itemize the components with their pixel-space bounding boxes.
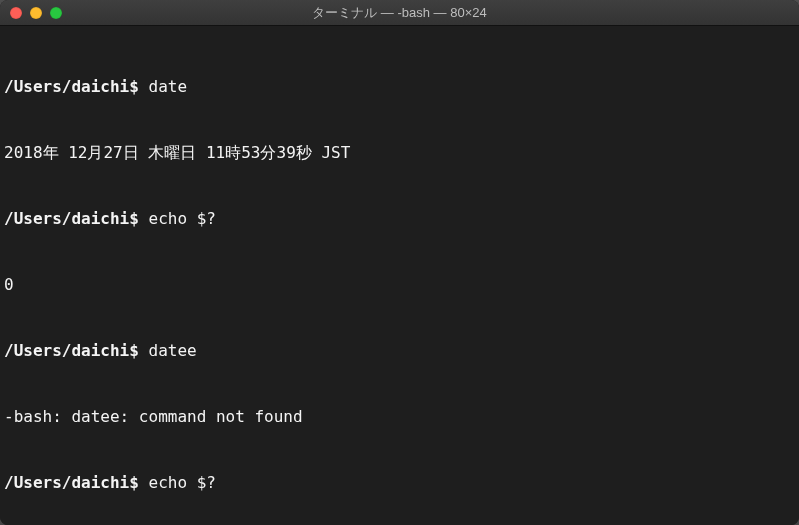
- command-text: echo $?: [149, 209, 216, 228]
- terminal-line: /Users/daichi$ echo $?: [4, 472, 791, 494]
- minimize-icon[interactable]: [30, 7, 42, 19]
- traffic-lights: [10, 7, 62, 19]
- terminal-body[interactable]: /Users/daichi$ date 2018年 12月27日 木曜日 11時…: [0, 26, 799, 525]
- shell-prompt: /Users/daichi$: [4, 77, 149, 96]
- close-icon[interactable]: [10, 7, 22, 19]
- terminal-output: 0: [4, 274, 791, 296]
- command-text: date: [149, 77, 188, 96]
- command-text: datee: [149, 341, 197, 360]
- terminal-output: 2018年 12月27日 木曜日 11時53分39秒 JST: [4, 142, 791, 164]
- titlebar: ターミナル — -bash — 80×24: [0, 0, 799, 26]
- command-text: echo $?: [149, 473, 216, 492]
- terminal-line: /Users/daichi$ echo $?: [4, 208, 791, 230]
- terminal-output: -bash: datee: command not found: [4, 406, 791, 428]
- shell-prompt: /Users/daichi$: [4, 341, 149, 360]
- terminal-line: /Users/daichi$ date: [4, 76, 791, 98]
- zoom-icon[interactable]: [50, 7, 62, 19]
- window-title: ターミナル — -bash — 80×24: [0, 4, 799, 22]
- terminal-window: ターミナル — -bash — 80×24 /Users/daichi$ dat…: [0, 0, 799, 525]
- shell-prompt: /Users/daichi$: [4, 473, 149, 492]
- shell-prompt: /Users/daichi$: [4, 209, 149, 228]
- terminal-line: /Users/daichi$ datee: [4, 340, 791, 362]
